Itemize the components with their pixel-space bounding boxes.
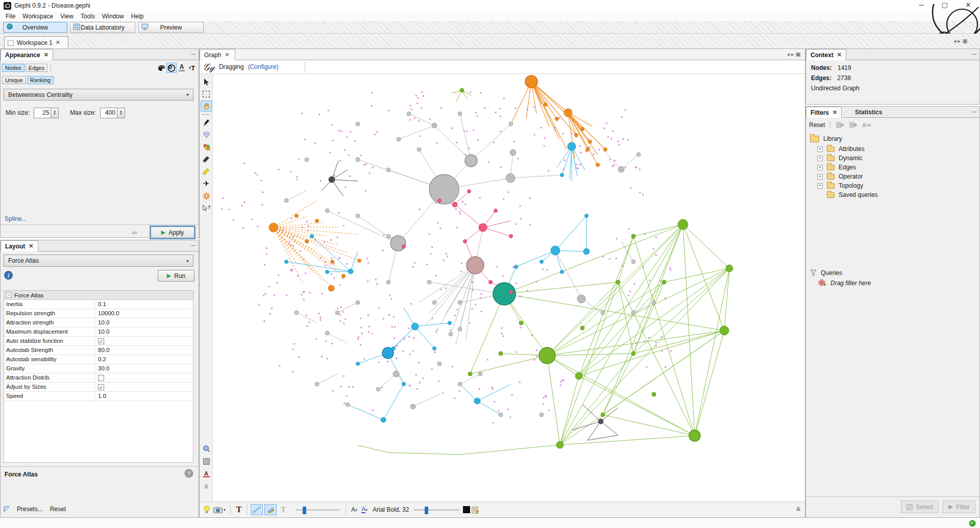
graph-node[interactable] bbox=[468, 372, 472, 376]
filter-tree-item[interactable]: +Operator bbox=[810, 172, 975, 181]
graph-node[interactable] bbox=[376, 387, 380, 391]
apply-button[interactable]: ▶ Apply bbox=[151, 227, 194, 238]
statistics-tab[interactable]: Statistics bbox=[850, 107, 887, 118]
graph-node[interactable] bbox=[589, 140, 592, 144]
property-row[interactable]: Attraction Distrib. bbox=[4, 373, 193, 383]
graph-node[interactable] bbox=[540, 413, 544, 417]
graph-node[interactable] bbox=[636, 153, 641, 157]
filter-tree-item[interactable]: +Attributes bbox=[810, 144, 975, 154]
graph-node[interactable] bbox=[305, 240, 309, 243]
select-button[interactable]: Select bbox=[901, 500, 939, 513]
spinner-arrows-icon[interactable]: ▲▼ bbox=[51, 108, 59, 118]
graph-node[interactable] bbox=[386, 280, 390, 284]
graph-node[interactable] bbox=[458, 300, 462, 305]
graph-node[interactable] bbox=[331, 260, 334, 264]
appearance-mode-ranking[interactable]: Ranking bbox=[27, 76, 54, 84]
edge-font-color-icon[interactable]: A▾ bbox=[359, 505, 370, 515]
attribute-dropdown[interactable]: Betweenness Centrality ▾ bbox=[4, 89, 193, 100]
graph-node[interactable] bbox=[618, 166, 624, 172]
autoapply-icon[interactable]: A⇒ bbox=[862, 122, 871, 129]
graph-node[interactable] bbox=[463, 240, 467, 243]
run-button[interactable]: ▶ Run bbox=[158, 270, 194, 282]
tab-data-laboratory[interactable]: Data Laboratory bbox=[70, 22, 135, 33]
graph-node[interactable] bbox=[539, 347, 555, 364]
graph-node[interactable] bbox=[467, 257, 484, 274]
graph-node[interactable] bbox=[586, 148, 590, 152]
attributes-settings-icon[interactable] bbox=[470, 505, 480, 515]
graph-node[interactable] bbox=[540, 260, 544, 264]
graph-node[interactable] bbox=[458, 112, 462, 116]
graph-node[interactable] bbox=[393, 371, 399, 377]
property-row[interactable]: Autostab sensibility0.2 bbox=[4, 355, 193, 364]
graph-node[interactable] bbox=[616, 280, 620, 284]
graph-node[interactable] bbox=[342, 274, 346, 278]
graph-node[interactable] bbox=[386, 234, 390, 238]
halo-tool[interactable] bbox=[201, 190, 212, 202]
graph-node[interactable] bbox=[581, 128, 584, 131]
node-font-size-icon[interactable]: A▾ bbox=[349, 505, 359, 515]
max-size-stepper[interactable]: 400 ▲▼ bbox=[100, 108, 125, 118]
graph-node[interactable] bbox=[662, 280, 666, 284]
graph-node[interactable] bbox=[411, 323, 419, 330]
property-value[interactable] bbox=[95, 373, 193, 382]
graph-node[interactable] bbox=[544, 103, 548, 107]
graph-node[interactable] bbox=[465, 155, 477, 167]
graph-tab[interactable]: Graph ✕ bbox=[200, 49, 235, 60]
graph-node[interactable] bbox=[506, 173, 515, 183]
graph-tab-controls-icons[interactable]: ◂ ▸ ▣ bbox=[787, 51, 801, 58]
graph-node[interactable] bbox=[335, 311, 339, 315]
filter-tree-item[interactable]: +Topology bbox=[810, 181, 975, 190]
graph-node[interactable] bbox=[577, 295, 585, 303]
property-value[interactable]: ✓ bbox=[95, 383, 193, 391]
graph-node[interactable] bbox=[478, 372, 482, 376]
property-row[interactable]: Inertia0.1 bbox=[4, 300, 193, 309]
graph-node[interactable] bbox=[689, 430, 700, 441]
graph-node[interactable] bbox=[328, 285, 334, 291]
property-value[interactable]: 10000.0 bbox=[95, 309, 193, 318]
graph-node[interactable] bbox=[433, 347, 436, 350]
shortest-path-tool[interactable] bbox=[201, 141, 212, 153]
graph-node[interactable] bbox=[410, 404, 415, 409]
graph-node[interactable] bbox=[575, 372, 582, 380]
font-label[interactable]: Arial Bold, 32 bbox=[373, 506, 409, 513]
property-row[interactable]: Auto stabilize function✓ bbox=[4, 337, 193, 346]
graph-node[interactable] bbox=[468, 190, 471, 193]
graph-node[interactable] bbox=[358, 259, 361, 263]
graph-node[interactable] bbox=[575, 134, 578, 137]
property-row[interactable]: Speed1.0 bbox=[4, 392, 193, 401]
graph-node[interactable] bbox=[356, 122, 360, 126]
drag-filter-target[interactable]: Drag filter here bbox=[810, 278, 975, 288]
graph-node[interactable] bbox=[346, 403, 350, 407]
expand-icon[interactable]: + bbox=[817, 156, 823, 161]
graph-node[interactable] bbox=[284, 198, 288, 203]
graph-node[interactable] bbox=[556, 441, 564, 448]
graph-node[interactable] bbox=[325, 331, 329, 335]
lightbulb-icon[interactable] bbox=[202, 505, 212, 515]
graph-node[interactable] bbox=[315, 382, 319, 386]
filter-tree-item[interactable]: +Edges bbox=[810, 163, 975, 172]
context-tab-close-icon[interactable]: ✕ bbox=[837, 52, 842, 58]
graph-node[interactable] bbox=[381, 417, 386, 422]
property-row[interactable]: Autostab Strength80.0 bbox=[4, 346, 193, 355]
label-size-icon[interactable]: тT bbox=[187, 63, 197, 73]
graph-node[interactable] bbox=[585, 214, 589, 218]
graph-node[interactable] bbox=[449, 332, 453, 336]
graph-node[interactable] bbox=[438, 199, 442, 203]
graph-node[interactable] bbox=[402, 383, 406, 386]
graph-node[interactable] bbox=[452, 202, 457, 207]
graph-node[interactable] bbox=[315, 219, 319, 223]
export-column-icon[interactable] bbox=[836, 121, 844, 129]
graph-node[interactable] bbox=[596, 163, 600, 167]
presets-link[interactable]: Presets... bbox=[17, 506, 43, 513]
graph-node[interactable] bbox=[720, 326, 729, 335]
property-value[interactable]: 80.0 bbox=[95, 346, 193, 355]
graph-node[interactable] bbox=[499, 351, 503, 356]
appearance-target-nodes[interactable]: Nodes bbox=[2, 64, 24, 72]
library-root[interactable]: Library bbox=[810, 133, 975, 144]
painter-tool[interactable] bbox=[201, 117, 212, 128]
graph-node[interactable] bbox=[604, 148, 607, 152]
help-icon[interactable]: ? bbox=[184, 469, 193, 480]
label-color-icon[interactable]: A bbox=[177, 63, 187, 73]
layout-tab-close-icon[interactable]: ✕ bbox=[29, 243, 33, 249]
graph-node[interactable] bbox=[285, 260, 288, 264]
